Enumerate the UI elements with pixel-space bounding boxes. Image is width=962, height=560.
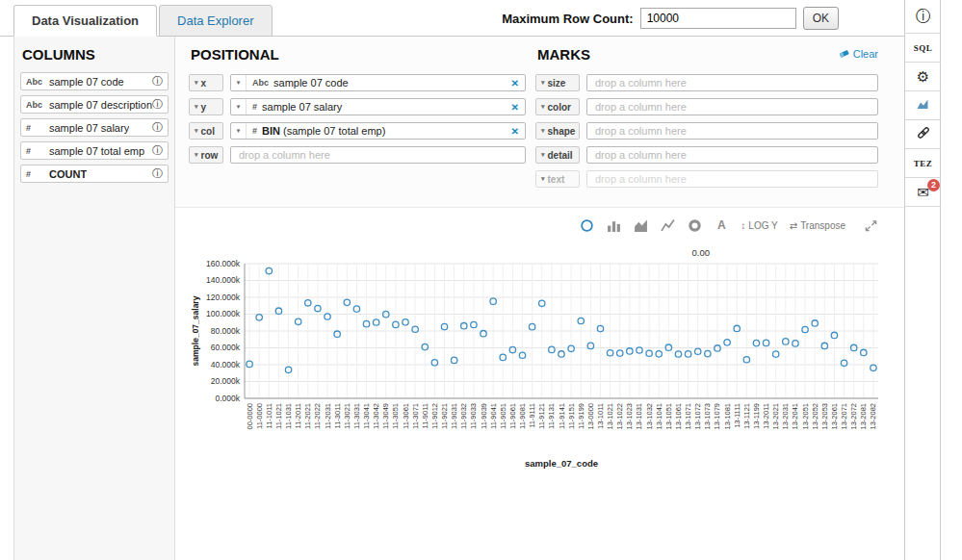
- sql-button[interactable]: SQL: [905, 34, 941, 63]
- drop-placeholder: drop a column here: [587, 125, 687, 137]
- chevron-down-icon[interactable]: ▾: [231, 75, 247, 90]
- detail-shelf-dropzone[interactable]: drop a column here: [586, 146, 878, 164]
- number-type-icon: #: [26, 123, 49, 133]
- tez-button[interactable]: TEZ: [905, 149, 941, 178]
- svg-text:13-1073: 13-1073: [703, 403, 712, 430]
- field-name: sample 07 code: [273, 77, 349, 89]
- line-chart-icon[interactable]: [660, 217, 675, 233]
- svg-text:120.000k: 120.000k: [206, 293, 241, 302]
- detail-shelf-dropdown[interactable]: ▾ detail: [535, 146, 580, 164]
- x-shelf-value[interactable]: ▾ Abc sample 07 code ✕: [230, 74, 526, 91]
- column-chip-sample-07-code[interactable]: Abc sample 07 code ⓘ: [20, 72, 169, 90]
- transpose-button[interactable]: ⇄ Transpose: [790, 220, 845, 231]
- column-info-icon[interactable]: ⓘ: [152, 97, 163, 112]
- svg-text:11-9041: 11-9041: [489, 403, 498, 429]
- column-info-icon[interactable]: ⓘ: [152, 143, 163, 158]
- shape-shelf-dropzone[interactable]: drop a column here: [586, 122, 878, 140]
- col-shelf-value[interactable]: ▾ # BIN (sample 07 total emp) ✕: [230, 122, 526, 140]
- drop-placeholder: drop a column here: [587, 173, 687, 185]
- color-shelf-dropdown[interactable]: ▾ color: [535, 98, 580, 115]
- svg-text:13-1061: 13-1061: [674, 403, 683, 430]
- svg-text:sample_07_salary: sample_07_salary: [191, 295, 200, 366]
- shelf-label: row: [201, 150, 219, 161]
- chevron-down-icon: ▾: [541, 103, 545, 111]
- y-shelf-value[interactable]: ▾ # sample 07 salary ✕: [230, 98, 526, 115]
- clear-label: Clear: [853, 48, 878, 60]
- info-icon[interactable]: ⓘ: [905, 0, 942, 33]
- drop-placeholder: drop a column here: [587, 101, 687, 113]
- size-shelf-dropdown[interactable]: ▾ size: [535, 74, 580, 91]
- tab-data-explorer[interactable]: Data Explorer: [159, 5, 272, 37]
- shape-shelf-dropdown[interactable]: ▾ shape: [535, 122, 580, 140]
- svg-text:13-1011: 13-1011: [596, 403, 605, 429]
- shelf-row-text: ▾ text drop a column here: [535, 170, 878, 188]
- chevron-down-icon[interactable]: ▾: [231, 123, 247, 139]
- color-shelf-dropzone[interactable]: drop a column here: [586, 98, 878, 115]
- scatter-chart-icon[interactable]: [579, 217, 594, 233]
- chevron-down-icon: ▾: [541, 151, 545, 159]
- log-y-toggle[interactable]: ↕ LOG Y: [741, 220, 777, 231]
- tab-data-visualization[interactable]: Data Visualization: [13, 5, 157, 37]
- visualization-button[interactable]: [905, 91, 941, 120]
- svg-text:13-2072: 13-2072: [849, 403, 858, 430]
- y-shelf-dropdown[interactable]: ▾ y: [189, 98, 223, 115]
- row-shelf-dropzone[interactable]: drop a column here: [230, 146, 526, 164]
- chart-toolbar: A ↕ LOG Y ⇄ Transpose: [189, 217, 878, 233]
- log-y-label: LOG Y: [748, 220, 777, 231]
- svg-text:11-9033: 11-9033: [469, 403, 478, 429]
- bar-chart-icon[interactable]: [606, 217, 621, 233]
- number-type-icon: #: [252, 126, 257, 136]
- shelf-row-row: ▾ row drop a column here: [189, 146, 526, 164]
- shelf-row-col: ▾ col ▾ # BIN (sample 07 total emp) ✕: [189, 122, 526, 140]
- text-shelf-dropdown[interactable]: ▾ text: [535, 170, 580, 188]
- max-row-count-input[interactable]: [640, 8, 796, 29]
- swap-arrow-icon: ⇄: [790, 220, 797, 231]
- chevron-down-icon[interactable]: ▾: [231, 99, 247, 115]
- svg-text:80.000k: 80.000k: [211, 326, 241, 336]
- col-shelf-dropdown[interactable]: ▾ col: [189, 122, 223, 140]
- svg-text:11-1031: 11-1031: [284, 403, 293, 429]
- column-chip-count[interactable]: # COUNT ⓘ: [20, 165, 169, 183]
- remove-field-icon[interactable]: ✕: [511, 126, 519, 137]
- svg-text:11-9032: 11-9032: [459, 403, 468, 429]
- area-chart-icon[interactable]: [633, 217, 648, 233]
- column-name: sample 07 description: [49, 99, 152, 111]
- row-shelf-dropdown[interactable]: ▾ row: [189, 146, 223, 164]
- svg-text:11-2031: 11-2031: [324, 403, 332, 429]
- messages-button[interactable]: ✉ 2: [905, 178, 941, 207]
- donut-chart-icon[interactable]: [687, 217, 702, 233]
- up-down-arrow-icon: ↕: [741, 220, 745, 231]
- svg-text:13-0000: 13-0000: [586, 403, 595, 430]
- field-name: BIN (sample 07 total emp): [262, 125, 385, 137]
- column-info-icon[interactable]: ⓘ: [152, 120, 163, 135]
- svg-text:11-9199: 11-9199: [577, 403, 585, 429]
- expand-icon[interactable]: [863, 217, 878, 233]
- shelf-label: col: [201, 126, 215, 137]
- svg-text:13-2021: 13-2021: [771, 403, 780, 430]
- column-chip-sample-07-description[interactable]: Abc sample 07 description ⓘ: [20, 95, 169, 114]
- svg-text:11-9039: 11-9039: [480, 403, 488, 429]
- x-shelf-dropdown[interactable]: ▾ x: [189, 74, 223, 91]
- remove-field-icon[interactable]: ✕: [511, 78, 519, 89]
- shelf-label: text: [548, 174, 565, 185]
- chevron-down-icon: ▾: [541, 175, 545, 183]
- svg-text:13-1051: 13-1051: [664, 403, 673, 430]
- clear-button[interactable]: Clear: [839, 48, 878, 60]
- link-button[interactable]: [905, 120, 941, 149]
- number-type-icon: #: [26, 146, 49, 156]
- column-chip-sample-07-salary[interactable]: # sample 07 salary ⓘ: [20, 118, 169, 137]
- svg-text:11-9151: 11-9151: [567, 403, 576, 429]
- column-chip-sample-07-total-emp[interactable]: # sample 07 total emp ⓘ: [20, 141, 169, 160]
- remove-field-icon[interactable]: ✕: [511, 102, 519, 113]
- settings-button[interactable]: ⚙: [905, 63, 941, 91]
- positional-panel: POSITIONAL ▾ x ▾ Abc sample 07 code ✕ ▾ …: [189, 44, 526, 170]
- svg-text:13-2011: 13-2011: [762, 403, 770, 429]
- column-info-icon[interactable]: ⓘ: [152, 166, 163, 181]
- text-chart-icon[interactable]: A: [714, 217, 729, 233]
- ok-button[interactable]: OK: [803, 7, 839, 30]
- size-shelf-dropzone[interactable]: drop a column here: [586, 74, 878, 91]
- svg-text:11-0000: 11-0000: [255, 403, 264, 429]
- svg-text:13-1079: 13-1079: [713, 403, 721, 430]
- marks-panel: MARKS Clear ▾ size drop a column here ▾ …: [535, 44, 878, 194]
- column-info-icon[interactable]: ⓘ: [152, 74, 163, 89]
